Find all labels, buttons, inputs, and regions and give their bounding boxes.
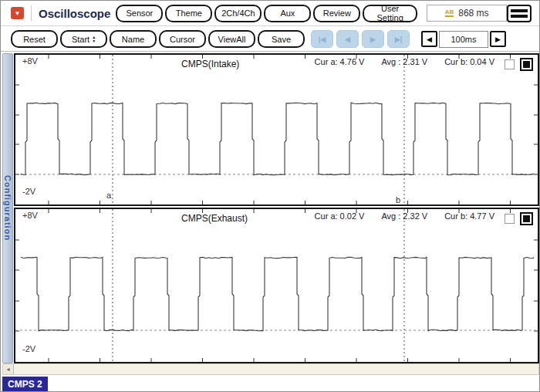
start-button[interactable]: Start ▲▼ xyxy=(60,30,107,48)
ab-cursor-icon: AB xyxy=(445,9,454,17)
reset-button[interactable]: Reset xyxy=(11,30,58,48)
control-button-group: Reset Start ▲▼ Name Cursor ViewAll Save xyxy=(11,30,305,48)
app-title: Oscilloscope xyxy=(39,7,110,20)
display-checkbox-2[interactable] xyxy=(520,58,533,71)
display-checkbox-group xyxy=(505,212,533,225)
viewall-button[interactable]: ViewAll xyxy=(208,30,255,48)
cursor-b-value: Cur b: 0.04 V xyxy=(444,57,494,66)
cursor-a-value: Cur a: 0.02 V xyxy=(315,211,365,221)
nav-next-icon[interactable]: ▶ xyxy=(362,30,384,48)
scale-max-label: +8V xyxy=(22,211,38,220)
display-checkbox-group xyxy=(505,58,533,71)
average-value: Avg : 2.31 V xyxy=(381,57,427,66)
save-button[interactable]: Save xyxy=(258,30,305,48)
timebase-control: ◀ 100ms ▶ xyxy=(421,31,506,48)
nav-first-icon[interactable]: |◀ xyxy=(311,30,333,48)
cursor-time-display: AB 868 ms xyxy=(427,5,507,22)
scale-min-label: -2V xyxy=(22,187,35,196)
scroll-left-icon[interactable]: ◂ xyxy=(3,364,14,374)
cursor-b-marker-label: b xyxy=(396,195,400,204)
theme-button[interactable]: Theme xyxy=(165,5,212,22)
configuration-tab[interactable]: Configuration xyxy=(2,53,13,363)
oscilloscope-window: ▼ Oscilloscope Sensor Theme 2Ch/4Ch Aux … xyxy=(0,0,540,392)
name-button[interactable]: Name xyxy=(110,30,157,48)
channel-mode-button[interactable]: 2Ch/4Ch xyxy=(214,5,262,22)
cursor-a-value: Cur a: 4.76 V xyxy=(315,57,365,66)
user-setting-button[interactable]: User Setting xyxy=(363,5,417,22)
cursor-b-value: Cur b: 4.77 V xyxy=(444,211,494,221)
average-value: Avg : 2.32 V xyxy=(381,211,427,221)
nav-prev-icon[interactable]: ◀ xyxy=(336,30,359,48)
channel-title: CMPS(Exhaust) xyxy=(181,213,248,224)
timebase-decrease-icon[interactable]: ◀ xyxy=(421,31,437,47)
scope-panel-exhaust: +8V -2V CMPS(Exhaust) Cur a: 0.02 V Avg … xyxy=(14,208,539,363)
start-updown-icon: ▲▼ xyxy=(92,35,96,42)
measurement-readout: Cur a: 0.02 V Avg : 2.32 V Cur b: 4.77 V xyxy=(315,211,494,221)
configuration-tab-label: Configuration xyxy=(3,175,12,241)
cursor-button[interactable]: Cursor xyxy=(159,30,206,48)
display-checkbox-1[interactable] xyxy=(505,214,515,224)
channel-group-tab[interactable]: CMPS 2 xyxy=(2,377,48,391)
horizontal-scrollbar[interactable]: ◂ xyxy=(2,363,539,375)
display-checkbox-2[interactable] xyxy=(520,212,533,225)
measurement-readout: Cur a: 4.76 V Avg : 2.31 V Cur b: 0.04 V xyxy=(315,57,494,66)
menu-icon[interactable] xyxy=(507,5,532,22)
scale-min-label: -2V xyxy=(22,344,35,353)
timebase-value: 100ms xyxy=(439,31,488,48)
channel-title: CMPS(Intake) xyxy=(181,59,239,69)
sensor-button[interactable]: Sensor xyxy=(116,5,163,22)
record-nav-group: |◀ ◀ ▶ ▶| xyxy=(311,30,410,48)
waveform-plot-exhaust[interactable] xyxy=(15,209,538,362)
display-checkbox-1[interactable] xyxy=(505,59,515,69)
control-toolbar: Reset Start ▲▼ Name Cursor ViewAll Save … xyxy=(1,27,539,52)
scale-max-label: +8V xyxy=(22,56,38,66)
header-toolbar: ▼ Oscilloscope Sensor Theme 2Ch/4Ch Aux … xyxy=(1,1,539,26)
divider xyxy=(31,5,32,21)
cursor-a-marker-label: a xyxy=(106,191,111,200)
nav-last-icon[interactable]: ▶| xyxy=(387,30,410,48)
app-dropdown-icon[interactable]: ▼ xyxy=(11,7,24,19)
header-button-group: Sensor Theme 2Ch/4Ch Aux Review User Set… xyxy=(116,5,417,22)
cursor-time-value: 868 ms xyxy=(458,8,488,19)
review-button[interactable]: Review xyxy=(313,5,360,22)
timebase-increase-icon[interactable]: ▶ xyxy=(490,31,506,47)
waveform-plot-intake[interactable] xyxy=(15,55,538,204)
aux-button[interactable]: Aux xyxy=(264,5,311,22)
scope-panel-intake: +8V -2V CMPS(Intake) Cur a: 4.76 V Avg :… xyxy=(14,53,539,206)
